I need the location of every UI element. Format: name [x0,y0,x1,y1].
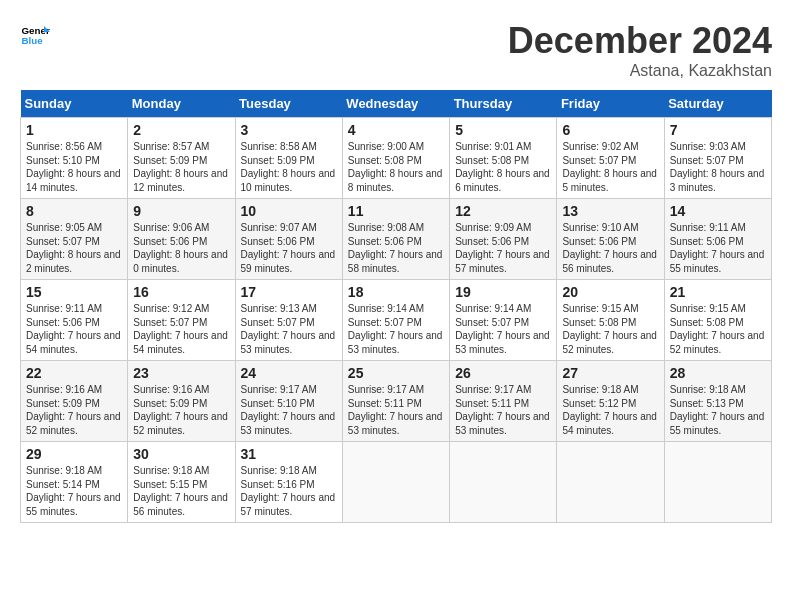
day-number: 23 [133,365,229,381]
calendar-cell: 18 Sunrise: 9:14 AMSunset: 5:07 PMDaylig… [342,280,449,361]
calendar-cell: 9 Sunrise: 9:06 AMSunset: 5:06 PMDayligh… [128,199,235,280]
calendar-table: SundayMondayTuesdayWednesdayThursdayFrid… [20,90,772,523]
calendar-cell: 20 Sunrise: 9:15 AMSunset: 5:08 PMDaylig… [557,280,664,361]
cell-content: Sunrise: 9:01 AMSunset: 5:08 PMDaylight:… [455,140,551,194]
calendar-cell: 19 Sunrise: 9:14 AMSunset: 5:07 PMDaylig… [450,280,557,361]
week-row-4: 22 Sunrise: 9:16 AMSunset: 5:09 PMDaylig… [21,361,772,442]
weekday-header-tuesday: Tuesday [235,90,342,118]
calendar-cell: 21 Sunrise: 9:15 AMSunset: 5:08 PMDaylig… [664,280,771,361]
calendar-cell: 6 Sunrise: 9:02 AMSunset: 5:07 PMDayligh… [557,118,664,199]
calendar-cell: 23 Sunrise: 9:16 AMSunset: 5:09 PMDaylig… [128,361,235,442]
calendar-cell: 15 Sunrise: 9:11 AMSunset: 5:06 PMDaylig… [21,280,128,361]
weekday-header-friday: Friday [557,90,664,118]
weekday-header-wednesday: Wednesday [342,90,449,118]
cell-content: Sunrise: 8:56 AMSunset: 5:10 PMDaylight:… [26,140,122,194]
month-title: December 2024 [508,20,772,62]
calendar-cell: 24 Sunrise: 9:17 AMSunset: 5:10 PMDaylig… [235,361,342,442]
svg-text:Blue: Blue [22,35,44,46]
calendar-cell [450,442,557,523]
calendar-cell: 1 Sunrise: 8:56 AMSunset: 5:10 PMDayligh… [21,118,128,199]
cell-content: Sunrise: 9:18 AMSunset: 5:16 PMDaylight:… [241,464,337,518]
day-number: 30 [133,446,229,462]
day-number: 16 [133,284,229,300]
calendar-cell: 10 Sunrise: 9:07 AMSunset: 5:06 PMDaylig… [235,199,342,280]
cell-content: Sunrise: 9:16 AMSunset: 5:09 PMDaylight:… [26,383,122,437]
cell-content: Sunrise: 9:14 AMSunset: 5:07 PMDaylight:… [455,302,551,356]
calendar-cell: 5 Sunrise: 9:01 AMSunset: 5:08 PMDayligh… [450,118,557,199]
week-row-2: 8 Sunrise: 9:05 AMSunset: 5:07 PMDayligh… [21,199,772,280]
calendar-cell: 4 Sunrise: 9:00 AMSunset: 5:08 PMDayligh… [342,118,449,199]
week-row-1: 1 Sunrise: 8:56 AMSunset: 5:10 PMDayligh… [21,118,772,199]
cell-content: Sunrise: 9:15 AMSunset: 5:08 PMDaylight:… [670,302,766,356]
cell-content: Sunrise: 9:18 AMSunset: 5:15 PMDaylight:… [133,464,229,518]
calendar-cell: 25 Sunrise: 9:17 AMSunset: 5:11 PMDaylig… [342,361,449,442]
cell-content: Sunrise: 9:17 AMSunset: 5:10 PMDaylight:… [241,383,337,437]
day-number: 5 [455,122,551,138]
day-number: 8 [26,203,122,219]
calendar-cell: 26 Sunrise: 9:17 AMSunset: 5:11 PMDaylig… [450,361,557,442]
day-number: 4 [348,122,444,138]
cell-content: Sunrise: 9:18 AMSunset: 5:13 PMDaylight:… [670,383,766,437]
day-number: 26 [455,365,551,381]
calendar-cell: 16 Sunrise: 9:12 AMSunset: 5:07 PMDaylig… [128,280,235,361]
cell-content: Sunrise: 9:17 AMSunset: 5:11 PMDaylight:… [455,383,551,437]
day-number: 15 [26,284,122,300]
day-number: 7 [670,122,766,138]
cell-content: Sunrise: 9:18 AMSunset: 5:14 PMDaylight:… [26,464,122,518]
cell-content: Sunrise: 9:02 AMSunset: 5:07 PMDaylight:… [562,140,658,194]
calendar-cell [664,442,771,523]
calendar-cell: 12 Sunrise: 9:09 AMSunset: 5:06 PMDaylig… [450,199,557,280]
day-number: 10 [241,203,337,219]
calendar-cell: 22 Sunrise: 9:16 AMSunset: 5:09 PMDaylig… [21,361,128,442]
week-row-5: 29 Sunrise: 9:18 AMSunset: 5:14 PMDaylig… [21,442,772,523]
day-number: 2 [133,122,229,138]
cell-content: Sunrise: 9:11 AMSunset: 5:06 PMDaylight:… [26,302,122,356]
cell-content: Sunrise: 9:10 AMSunset: 5:06 PMDaylight:… [562,221,658,275]
calendar-cell: 14 Sunrise: 9:11 AMSunset: 5:06 PMDaylig… [664,199,771,280]
day-number: 20 [562,284,658,300]
location-subtitle: Astana, Kazakhstan [508,62,772,80]
cell-content: Sunrise: 9:18 AMSunset: 5:12 PMDaylight:… [562,383,658,437]
day-number: 24 [241,365,337,381]
calendar-cell [342,442,449,523]
day-number: 31 [241,446,337,462]
weekday-header-row: SundayMondayTuesdayWednesdayThursdayFrid… [21,90,772,118]
cell-content: Sunrise: 9:07 AMSunset: 5:06 PMDaylight:… [241,221,337,275]
logo: General Blue [20,20,50,50]
cell-content: Sunrise: 9:05 AMSunset: 5:07 PMDaylight:… [26,221,122,275]
calendar-cell: 28 Sunrise: 9:18 AMSunset: 5:13 PMDaylig… [664,361,771,442]
day-number: 1 [26,122,122,138]
day-number: 22 [26,365,122,381]
calendar-cell: 3 Sunrise: 8:58 AMSunset: 5:09 PMDayligh… [235,118,342,199]
cell-content: Sunrise: 9:16 AMSunset: 5:09 PMDaylight:… [133,383,229,437]
weekday-header-thursday: Thursday [450,90,557,118]
day-number: 27 [562,365,658,381]
day-number: 9 [133,203,229,219]
cell-content: Sunrise: 8:58 AMSunset: 5:09 PMDaylight:… [241,140,337,194]
cell-content: Sunrise: 9:14 AMSunset: 5:07 PMDaylight:… [348,302,444,356]
day-number: 14 [670,203,766,219]
day-number: 3 [241,122,337,138]
cell-content: Sunrise: 9:06 AMSunset: 5:06 PMDaylight:… [133,221,229,275]
cell-content: Sunrise: 9:17 AMSunset: 5:11 PMDaylight:… [348,383,444,437]
weekday-header-sunday: Sunday [21,90,128,118]
calendar-cell: 11 Sunrise: 9:08 AMSunset: 5:06 PMDaylig… [342,199,449,280]
weekday-header-monday: Monday [128,90,235,118]
cell-content: Sunrise: 9:15 AMSunset: 5:08 PMDaylight:… [562,302,658,356]
calendar-cell: 8 Sunrise: 9:05 AMSunset: 5:07 PMDayligh… [21,199,128,280]
day-number: 25 [348,365,444,381]
cell-content: Sunrise: 9:11 AMSunset: 5:06 PMDaylight:… [670,221,766,275]
day-number: 6 [562,122,658,138]
logo-icon: General Blue [20,20,50,50]
title-block: December 2024 Astana, Kazakhstan [508,20,772,80]
week-row-3: 15 Sunrise: 9:11 AMSunset: 5:06 PMDaylig… [21,280,772,361]
calendar-cell [557,442,664,523]
day-number: 29 [26,446,122,462]
page-header: General Blue December 2024 Astana, Kazak… [20,20,772,80]
cell-content: Sunrise: 8:57 AMSunset: 5:09 PMDaylight:… [133,140,229,194]
cell-content: Sunrise: 9:12 AMSunset: 5:07 PMDaylight:… [133,302,229,356]
day-number: 17 [241,284,337,300]
cell-content: Sunrise: 9:09 AMSunset: 5:06 PMDaylight:… [455,221,551,275]
calendar-cell: 29 Sunrise: 9:18 AMSunset: 5:14 PMDaylig… [21,442,128,523]
calendar-cell: 27 Sunrise: 9:18 AMSunset: 5:12 PMDaylig… [557,361,664,442]
